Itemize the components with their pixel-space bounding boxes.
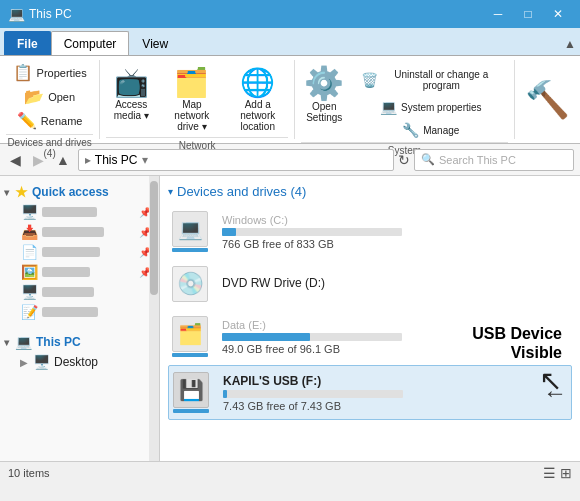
open-settings-button[interactable]: ⚙️ OpenSettings <box>301 64 348 126</box>
sidebar-desktop-label: Desktop <box>54 355 98 369</box>
sidebar: ▾ ★ Quick access 🖥️ 📌 📥 📌 📄 📌 🖼️ 📌 🖥️ <box>0 176 160 461</box>
properties-icon: 📋 <box>13 65 33 81</box>
tools-icon: 🔨 <box>525 79 570 121</box>
sidebar-item-downloads[interactable]: 📥 📌 <box>0 222 159 242</box>
sidebar-item-desktop[interactable]: 🖥️ 📌 <box>0 202 159 222</box>
data-drive-icon: 🗂️ <box>172 316 212 357</box>
sidebar-item-label-desktop2 <box>42 287 94 297</box>
windows-drive-bar-fill <box>222 228 236 236</box>
tab-file[interactable]: File <box>4 31 51 55</box>
drive-item-dvd[interactable]: 💿 DVD RW Drive (D:) <box>168 260 572 308</box>
access-media-button[interactable]: 📺 Accessmedia ▾ <box>106 66 156 124</box>
quick-access-icon: ★ <box>15 184 28 200</box>
sidebar-quick-access-header[interactable]: ▾ ★ Quick access <box>0 180 159 202</box>
open-button[interactable]: 📂 Open <box>6 86 94 108</box>
system-properties-button[interactable]: 💻 System properties <box>354 97 508 117</box>
usb-drive-bar-fill <box>223 390 227 398</box>
usb-drive-icon: 💾 <box>173 372 213 413</box>
title-bar-title: This PC <box>29 7 72 21</box>
expand-icon: ▶ <box>20 357 28 368</box>
up-button[interactable]: ▲ <box>52 150 74 170</box>
close-button[interactable]: ✕ <box>544 4 572 24</box>
tab-view[interactable]: View <box>129 31 181 55</box>
address-path-chevron: ▾ <box>142 153 148 167</box>
rename-icon: ✏️ <box>17 113 37 129</box>
sidebar-item-desktop2[interactable]: 🖥️ <box>0 282 159 302</box>
data-drive-bar-bg <box>222 333 402 341</box>
add-network-location-button[interactable]: 🌐 Add a networklocation <box>227 66 288 135</box>
search-placeholder: Search This PC <box>439 154 516 166</box>
sidebar-item-label-downloads <box>42 227 104 237</box>
search-box[interactable]: 🔍 Search This PC <box>414 149 574 171</box>
windows-drive-icon: 💻 <box>172 211 212 252</box>
refresh-button[interactable]: ↻ <box>398 152 410 168</box>
title-bar: 💻 This PC ─ □ ✕ <box>0 0 580 28</box>
windows-drive-size: 766 GB free of 833 GB <box>222 238 568 250</box>
address-path[interactable]: ▸ This PC ▾ <box>78 149 394 171</box>
address-path-separator: ▸ <box>85 153 91 167</box>
open-settings-icon: ⚙️ <box>304 67 344 99</box>
ribbon-system-buttons: ⚙️ OpenSettings 🗑️ Uninstall or change a… <box>301 62 508 140</box>
properties-button[interactable]: 📋 Properties <box>6 62 94 84</box>
uninstall-icon: 🗑️ <box>361 73 378 87</box>
back-button[interactable]: ◀ <box>6 150 25 170</box>
sidebar-scrollbar[interactable] <box>149 176 159 461</box>
sidebar-scrollbar-thumb <box>150 181 158 295</box>
sidebar-item-pictures[interactable]: 🖼️ 📌 <box>0 262 159 282</box>
ribbon-collapse-button[interactable]: ▲ <box>560 33 580 55</box>
usb-annotation: USB Device Visible ↙ <box>472 324 562 399</box>
ribbon-section-system: ⚙️ OpenSettings 🗑️ Uninstall or change a… <box>295 60 515 139</box>
sidebar-item-desktop-pc[interactable]: ▶ 🖥️ Desktop <box>0 352 159 372</box>
windows-drive-info: Windows (C:) 766 GB free of 833 GB <box>222 214 568 250</box>
status-bar: 10 items ☰ ⊞ <box>0 461 580 483</box>
usb-annotation-arrow: ↙ <box>539 366 562 399</box>
search-icon: 🔍 <box>421 153 435 166</box>
ribbon-tools: 🔨 <box>515 60 580 139</box>
windows-drive-name: Windows (C:) <box>222 214 568 226</box>
quick-access-expand-icon: ▾ <box>4 187 9 198</box>
forward-button[interactable]: ▶ <box>29 150 48 170</box>
map-network-drive-icon: 🗂️ <box>174 69 209 97</box>
sidebar-item-documents[interactable]: 📄 📌 <box>0 242 159 262</box>
list-view-button[interactable]: ☰ <box>543 465 556 481</box>
address-path-text: This PC <box>95 153 138 167</box>
status-item-count: 10 items <box>8 467 50 479</box>
this-pc-icon: 💻 <box>15 334 32 350</box>
sidebar-this-pc-header[interactable]: ▾ 💻 This PC <box>0 330 159 352</box>
uninstall-button[interactable]: 🗑️ Uninstall or change a program <box>354 66 508 94</box>
desktop-icon: 🖥️ <box>20 204 38 220</box>
rename-button[interactable]: ✏️ Rename <box>6 110 94 132</box>
desktop-pc-icon: 🖥️ <box>32 354 50 370</box>
sidebar-item-templates[interactable]: 📝 <box>0 302 159 322</box>
section-title: ▾ Devices and drives (4) <box>168 184 572 199</box>
main-area: ▾ ★ Quick access 🖥️ 📌 📥 📌 📄 📌 🖼️ 📌 🖥️ <box>0 176 580 461</box>
minimize-button[interactable]: ─ <box>484 4 512 24</box>
documents-icon: 📄 <box>20 244 38 260</box>
tab-computer[interactable]: Computer <box>51 31 130 55</box>
section-chevron-icon: ▾ <box>168 186 173 197</box>
system-properties-icon: 💻 <box>380 100 397 114</box>
dvd-drive-icon: 💿 <box>172 266 212 302</box>
add-network-location-icon: 🌐 <box>240 69 275 97</box>
status-bar-right: ☰ ⊞ <box>543 465 572 481</box>
grid-view-button[interactable]: ⊞ <box>560 465 572 481</box>
ribbon-tabs: File Computer View ▲ <box>0 28 580 56</box>
this-pc-label: This PC <box>36 335 81 349</box>
title-bar-controls: ─ □ ✕ <box>484 4 572 24</box>
section-title-text: Devices and drives (4) <box>177 184 306 199</box>
dvd-drive-name: DVD RW Drive (D:) <box>222 276 568 290</box>
sidebar-item-label-templates <box>42 307 98 317</box>
map-network-drive-button[interactable]: 🗂️ Map networkdrive ▾ <box>164 66 219 135</box>
this-pc-expand-icon: ▾ <box>4 337 9 348</box>
sidebar-item-label-pictures <box>42 267 90 277</box>
maximize-button[interactable]: □ <box>514 4 542 24</box>
downloads-icon: 📥 <box>20 224 38 240</box>
title-bar-icon: 💻 <box>8 6 25 22</box>
drive-item-windows[interactable]: 💻 Windows (C:) 766 GB free of 833 GB <box>168 205 572 258</box>
ribbon-network-buttons: 📺 Accessmedia ▾ 🗂️ Map networkdrive ▾ 🌐 … <box>106 62 288 135</box>
content-area: ▾ Devices and drives (4) 💻 Windows (C:) … <box>160 176 580 461</box>
manage-button[interactable]: 🔧 Manage <box>354 120 508 140</box>
sidebar-item-label-documents <box>42 247 100 257</box>
usb-drive-size: 7.43 GB free of 7.43 GB <box>223 400 523 412</box>
access-media-icon: 📺 <box>114 69 149 97</box>
